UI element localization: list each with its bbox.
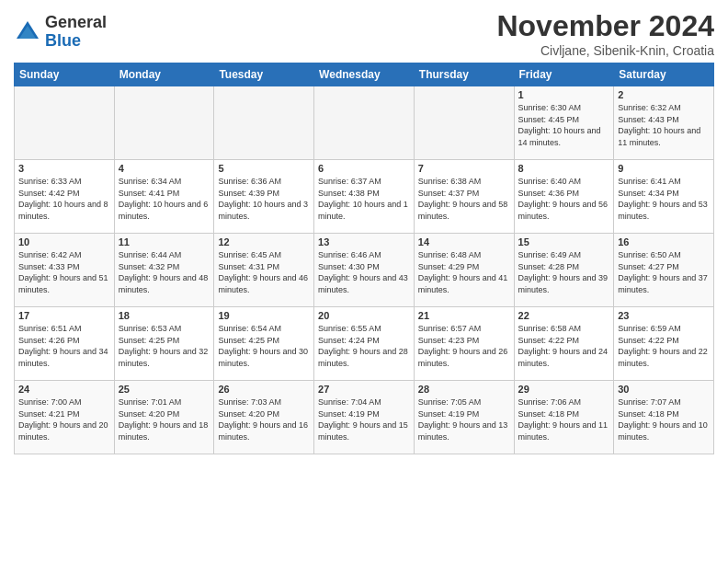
calendar-header: Sunday Monday Tuesday Wednesday Thursday… bbox=[15, 63, 714, 86]
location: Civljane, Sibenik-Knin, Croatia bbox=[496, 43, 714, 58]
calendar-cell: 21Sunrise: 6:57 AMSunset: 4:23 PMDayligh… bbox=[414, 307, 514, 381]
calendar-cell: 20Sunrise: 6:55 AMSunset: 4:24 PMDayligh… bbox=[314, 307, 415, 381]
day-number: 10 bbox=[18, 236, 110, 247]
col-sunday: Sunday bbox=[15, 63, 115, 86]
day-info: Sunrise: 6:32 AMSunset: 4:43 PMDaylight:… bbox=[618, 102, 710, 148]
day-info: Sunrise: 6:30 AMSunset: 4:45 PMDaylight:… bbox=[518, 102, 610, 148]
day-number: 22 bbox=[518, 310, 610, 321]
calendar-cell: 9Sunrise: 6:41 AMSunset: 4:34 PMDaylight… bbox=[614, 160, 714, 234]
day-number: 12 bbox=[218, 236, 310, 247]
title-block: November 2024 Civljane, Sibenik-Knin, Cr… bbox=[496, 9, 714, 58]
calendar-cell: 15Sunrise: 6:49 AMSunset: 4:28 PMDayligh… bbox=[514, 234, 614, 307]
day-number: 1 bbox=[518, 89, 610, 100]
day-info: Sunrise: 7:07 AMSunset: 4:18 PMDaylight:… bbox=[618, 396, 710, 442]
calendar-week-4: 24Sunrise: 7:00 AMSunset: 4:21 PMDayligh… bbox=[15, 381, 714, 454]
day-number: 15 bbox=[518, 236, 610, 247]
day-number: 7 bbox=[418, 163, 510, 174]
day-info: Sunrise: 6:44 AMSunset: 4:32 PMDaylight:… bbox=[119, 249, 210, 295]
day-number: 17 bbox=[18, 310, 110, 321]
calendar-cell: 12Sunrise: 6:45 AMSunset: 4:31 PMDayligh… bbox=[214, 234, 314, 307]
day-number: 27 bbox=[318, 384, 410, 395]
day-info: Sunrise: 7:01 AMSunset: 4:20 PMDaylight:… bbox=[119, 396, 210, 442]
day-number: 5 bbox=[218, 163, 310, 174]
calendar-cell: 16Sunrise: 6:50 AMSunset: 4:27 PMDayligh… bbox=[614, 234, 714, 307]
col-tuesday: Tuesday bbox=[214, 63, 314, 86]
calendar-cell: 28Sunrise: 7:05 AMSunset: 4:19 PMDayligh… bbox=[414, 381, 514, 454]
day-number: 25 bbox=[119, 384, 210, 395]
col-saturday: Saturday bbox=[614, 63, 714, 86]
calendar-cell: 24Sunrise: 7:00 AMSunset: 4:21 PMDayligh… bbox=[15, 381, 115, 454]
day-number: 8 bbox=[518, 163, 610, 174]
calendar-cell: 27Sunrise: 7:04 AMSunset: 4:19 PMDayligh… bbox=[314, 381, 415, 454]
day-number: 30 bbox=[618, 384, 710, 395]
calendar-cell: 10Sunrise: 6:42 AMSunset: 4:33 PMDayligh… bbox=[15, 234, 115, 307]
calendar-cell bbox=[214, 86, 314, 160]
calendar-week-0: 1Sunrise: 6:30 AMSunset: 4:45 PMDaylight… bbox=[15, 86, 714, 160]
calendar-cell: 18Sunrise: 6:53 AMSunset: 4:25 PMDayligh… bbox=[114, 307, 214, 381]
day-info: Sunrise: 6:33 AMSunset: 4:42 PMDaylight:… bbox=[18, 176, 110, 222]
day-number: 13 bbox=[318, 236, 410, 247]
day-info: Sunrise: 6:46 AMSunset: 4:30 PMDaylight:… bbox=[318, 249, 410, 295]
day-number: 3 bbox=[18, 163, 110, 174]
logo-general: General bbox=[45, 14, 107, 32]
day-number: 20 bbox=[318, 310, 410, 321]
day-info: Sunrise: 6:53 AMSunset: 4:25 PMDaylight:… bbox=[119, 323, 210, 369]
day-number: 16 bbox=[618, 236, 710, 247]
calendar-week-1: 3Sunrise: 6:33 AMSunset: 4:42 PMDaylight… bbox=[15, 160, 714, 234]
day-info: Sunrise: 6:55 AMSunset: 4:24 PMDaylight:… bbox=[318, 323, 410, 369]
calendar-cell bbox=[414, 86, 514, 160]
calendar-cell: 14Sunrise: 6:48 AMSunset: 4:29 PMDayligh… bbox=[414, 234, 514, 307]
page-container: General Blue November 2024 Civljane, Sib… bbox=[0, 0, 728, 459]
day-info: Sunrise: 6:34 AMSunset: 4:41 PMDaylight:… bbox=[119, 176, 210, 222]
day-number: 21 bbox=[418, 310, 510, 321]
calendar-cell: 26Sunrise: 7:03 AMSunset: 4:20 PMDayligh… bbox=[214, 381, 314, 454]
logo-text: General Blue bbox=[45, 14, 107, 51]
day-info: Sunrise: 7:05 AMSunset: 4:19 PMDaylight:… bbox=[418, 396, 510, 442]
calendar-table: Sunday Monday Tuesday Wednesday Thursday… bbox=[14, 63, 714, 454]
calendar-cell: 4Sunrise: 6:34 AMSunset: 4:41 PMDaylight… bbox=[114, 160, 214, 234]
logo: General Blue bbox=[14, 14, 107, 51]
day-info: Sunrise: 7:06 AMSunset: 4:18 PMDaylight:… bbox=[518, 396, 610, 442]
day-number: 18 bbox=[119, 310, 210, 321]
calendar-cell bbox=[114, 86, 214, 160]
calendar-cell: 6Sunrise: 6:37 AMSunset: 4:38 PMDaylight… bbox=[314, 160, 415, 234]
day-number: 2 bbox=[618, 89, 710, 100]
col-friday: Friday bbox=[514, 63, 614, 86]
day-info: Sunrise: 7:04 AMSunset: 4:19 PMDaylight:… bbox=[318, 396, 410, 442]
col-thursday: Thursday bbox=[414, 63, 514, 86]
calendar-week-3: 17Sunrise: 6:51 AMSunset: 4:26 PMDayligh… bbox=[15, 307, 714, 381]
day-info: Sunrise: 6:45 AMSunset: 4:31 PMDaylight:… bbox=[218, 249, 310, 295]
calendar-cell: 22Sunrise: 6:58 AMSunset: 4:22 PMDayligh… bbox=[514, 307, 614, 381]
day-number: 4 bbox=[119, 163, 210, 174]
day-number: 9 bbox=[618, 163, 710, 174]
day-number: 26 bbox=[218, 384, 310, 395]
day-number: 28 bbox=[418, 384, 510, 395]
day-number: 6 bbox=[318, 163, 410, 174]
day-info: Sunrise: 6:54 AMSunset: 4:25 PMDaylight:… bbox=[218, 323, 310, 369]
day-number: 11 bbox=[119, 236, 210, 247]
header: General Blue November 2024 Civljane, Sib… bbox=[14, 9, 714, 58]
calendar-cell: 1Sunrise: 6:30 AMSunset: 4:45 PMDaylight… bbox=[514, 86, 614, 160]
day-info: Sunrise: 7:03 AMSunset: 4:20 PMDaylight:… bbox=[218, 396, 310, 442]
calendar-cell: 25Sunrise: 7:01 AMSunset: 4:20 PMDayligh… bbox=[114, 381, 214, 454]
calendar-cell: 2Sunrise: 6:32 AMSunset: 4:43 PMDaylight… bbox=[614, 86, 714, 160]
day-number: 19 bbox=[218, 310, 310, 321]
calendar-cell: 5Sunrise: 6:36 AMSunset: 4:39 PMDaylight… bbox=[214, 160, 314, 234]
day-info: Sunrise: 6:50 AMSunset: 4:27 PMDaylight:… bbox=[618, 249, 710, 295]
calendar-cell: 23Sunrise: 6:59 AMSunset: 4:22 PMDayligh… bbox=[614, 307, 714, 381]
calendar-cell: 17Sunrise: 6:51 AMSunset: 4:26 PMDayligh… bbox=[15, 307, 115, 381]
day-info: Sunrise: 6:42 AMSunset: 4:33 PMDaylight:… bbox=[18, 249, 110, 295]
calendar-cell bbox=[15, 86, 115, 160]
day-info: Sunrise: 6:49 AMSunset: 4:28 PMDaylight:… bbox=[518, 249, 610, 295]
calendar-cell: 29Sunrise: 7:06 AMSunset: 4:18 PMDayligh… bbox=[514, 381, 614, 454]
calendar-cell: 30Sunrise: 7:07 AMSunset: 4:18 PMDayligh… bbox=[614, 381, 714, 454]
logo-blue: Blue bbox=[45, 32, 107, 51]
calendar-cell: 8Sunrise: 6:40 AMSunset: 4:36 PMDaylight… bbox=[514, 160, 614, 234]
col-monday: Monday bbox=[114, 63, 214, 86]
day-info: Sunrise: 7:00 AMSunset: 4:21 PMDaylight:… bbox=[18, 396, 110, 442]
day-info: Sunrise: 6:41 AMSunset: 4:34 PMDaylight:… bbox=[618, 176, 710, 222]
col-wednesday: Wednesday bbox=[314, 63, 415, 86]
calendar-cell bbox=[314, 86, 415, 160]
calendar-body: 1Sunrise: 6:30 AMSunset: 4:45 PMDaylight… bbox=[15, 86, 714, 454]
day-info: Sunrise: 6:37 AMSunset: 4:38 PMDaylight:… bbox=[318, 176, 410, 222]
